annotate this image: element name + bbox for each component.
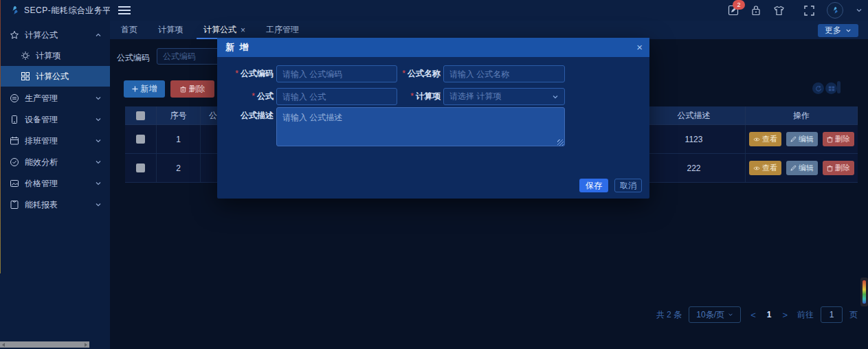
edit-button[interactable]: 编辑	[786, 161, 818, 175]
chevron-down-icon	[95, 180, 102, 187]
chevron-down-icon	[728, 312, 733, 317]
calc-item-select[interactable]: 请选择 计算项	[443, 88, 565, 105]
scroll-left-arrow-icon[interactable]	[2, 343, 5, 347]
field-label-calc-item: *计算项	[384, 88, 441, 105]
sidebar-item-report[interactable]: 能耗报表	[0, 194, 110, 215]
sidebar-item-pricing[interactable]: 价格管理	[0, 173, 110, 194]
more-tabs-button[interactable]: 更多	[818, 24, 858, 37]
horizontal-scrollbar[interactable]	[0, 341, 89, 348]
page-size-select[interactable]: 10条/页	[689, 306, 741, 323]
select-all-checkbox[interactable]	[136, 111, 145, 120]
view-label: 查看	[762, 163, 777, 173]
tab-label: 首页	[121, 24, 137, 36]
page-suffix-label: 页	[849, 309, 858, 321]
current-page[interactable]: 1	[766, 310, 773, 319]
tab-close-icon[interactable]: ×	[241, 25, 245, 35]
search-field-label: 公式编码	[117, 52, 150, 64]
tab-calc-item[interactable]: 计算项	[157, 21, 184, 39]
tab-home[interactable]: 首页	[120, 21, 139, 39]
column-grid-icon	[828, 85, 835, 92]
chevron-down-icon	[95, 95, 102, 102]
device-icon	[10, 115, 19, 124]
row-index: 1	[157, 125, 201, 153]
row-desc: 1123	[643, 125, 746, 153]
textarea-resize-handle[interactable]	[557, 139, 564, 146]
report-icon	[10, 200, 19, 210]
goto-page-input[interactable]	[821, 306, 843, 323]
column-settings-button[interactable]	[825, 82, 837, 94]
cancel-label: 取消	[620, 180, 636, 192]
page-size-value: 10条/页	[696, 309, 724, 321]
calendar-icon	[10, 136, 19, 146]
sidebar-item-scheduling[interactable]: 排班管理	[0, 131, 110, 151]
sidebar-item-calc-item[interactable]: 计算项	[0, 45, 110, 66]
row-checkbox[interactable]	[136, 135, 145, 144]
edit-button[interactable]: 编辑	[786, 132, 818, 146]
production-icon	[10, 93, 19, 103]
sidebar-item-efficiency[interactable]: 能效分析	[0, 152, 110, 172]
formula-name-input[interactable]	[443, 65, 565, 82]
eye-icon	[753, 137, 760, 142]
toolbar-divider-pill	[837, 81, 841, 93]
tab-process-mgmt[interactable]: 工序管理	[265, 21, 300, 39]
row-delete-button[interactable]: 删除	[823, 161, 854, 175]
lock-icon[interactable]	[751, 5, 761, 16]
sidebar-item-label: 能效分析	[25, 157, 58, 168]
add-formula-modal: 新 增 × *公式编码 *公式名称 *公式 *计算项 请选择 计算项 公式描述	[217, 38, 649, 199]
sidebar-item-device[interactable]: 设备管理	[0, 109, 110, 130]
delete-button[interactable]: 删除	[170, 80, 214, 98]
row-delete-label: 删除	[835, 134, 850, 144]
sidebar-group-label: 计算公式	[25, 30, 58, 41]
sidebar-item-label: 排班管理	[25, 135, 58, 147]
star-icon	[10, 30, 19, 40]
modal-close-icon[interactable]: ×	[636, 38, 643, 57]
view-button[interactable]: 查看	[749, 161, 781, 175]
tab-bar: 首页 计算项 计算公式 × 工序管理 更多	[110, 21, 868, 39]
calc-item-placeholder: 请选择 计算项	[449, 91, 552, 102]
formula-desc-textarea[interactable]	[276, 107, 565, 146]
row-actions: 查看 编辑 删除	[746, 154, 858, 182]
sidebar-item-production[interactable]: 生产管理	[0, 88, 110, 109]
check-circle-icon	[10, 157, 19, 167]
trash-icon	[180, 86, 186, 93]
prev-page-button[interactable]: <	[748, 310, 759, 320]
top-header: 2	[110, 0, 868, 21]
cancel-button[interactable]: 取消	[614, 179, 642, 192]
scroll-right-arrow-icon[interactable]	[85, 343, 87, 347]
more-label: 更多	[825, 25, 841, 36]
sidebar-group-formula[interactable]: 计算公式	[0, 25, 110, 45]
theme-shirt-icon[interactable]	[773, 5, 785, 16]
logo: SECP-能耗综合业务平台	[0, 0, 110, 21]
formula-code-input[interactable]	[276, 65, 397, 82]
tab-calc-formula-active[interactable]: 计算公式 ×	[202, 21, 247, 39]
collapse-menu-button[interactable]	[118, 5, 131, 15]
next-page-button[interactable]: >	[779, 310, 790, 320]
formula-input[interactable]	[276, 88, 397, 105]
goto-label: 前往	[797, 309, 814, 321]
edit-label: 编辑	[799, 134, 814, 144]
eye-icon	[753, 166, 760, 171]
save-button[interactable]: 保存	[579, 179, 608, 192]
refresh-icon	[815, 85, 822, 92]
plus-icon	[132, 86, 138, 92]
grid-icon	[21, 71, 30, 81]
row-delete-button[interactable]: 删除	[823, 132, 854, 146]
fullscreen-icon[interactable]	[804, 5, 814, 16]
view-button[interactable]: 查看	[749, 132, 781, 146]
pagination-total: 共 2 条	[656, 309, 682, 321]
user-menu-chevron-icon[interactable]	[856, 7, 863, 14]
refresh-button[interactable]	[812, 82, 824, 94]
sidebar: SECP-能耗综合业务平台 计算公式	[0, 0, 110, 349]
user-avatar[interactable]	[827, 2, 843, 19]
add-button[interactable]: 新增	[124, 80, 165, 98]
row-delete-label: 删除	[835, 163, 850, 173]
message-button[interactable]: 2	[728, 5, 739, 16]
chevron-down-icon	[845, 27, 852, 34]
row-checkbox[interactable]	[136, 164, 145, 172]
trash-icon	[827, 165, 833, 172]
delete-label: 删除	[189, 83, 205, 95]
top-right-icons: 2	[728, 0, 863, 21]
sidebar-item-calc-formula-active[interactable]: 计算公式	[0, 66, 110, 87]
tab-label: 计算公式	[203, 24, 236, 36]
sidebar-item-label: 计算项	[36, 50, 60, 62]
